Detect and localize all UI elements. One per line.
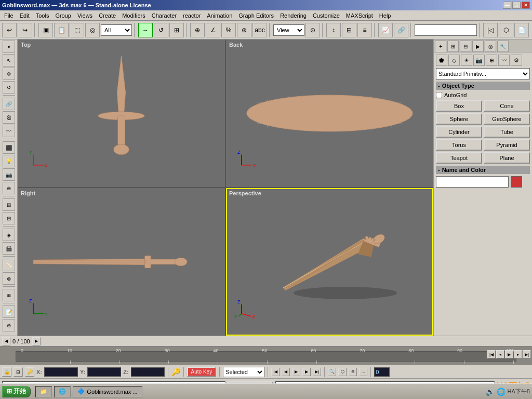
link-tool[interactable]: 🔗 — [3, 98, 15, 110]
menu-modifiers[interactable]: Modifiers — [119, 11, 149, 20]
teapot-button[interactable]: Teapot — [436, 152, 482, 164]
rotate-tool[interactable]: ↺ — [3, 81, 15, 94]
menu-views[interactable]: Views — [74, 11, 96, 20]
quick-render-button[interactable]: ⬡ — [499, 23, 513, 37]
viewport-right[interactable]: Right — [18, 188, 225, 336]
create-tool[interactable]: ✦ — [3, 41, 15, 53]
next-frame-button[interactable]: ▶ — [32, 337, 41, 345]
menu-group[interactable]: Group — [52, 11, 74, 20]
coord-lock-button[interactable]: ⊟ — [14, 367, 23, 377]
category-helpers[interactable]: ⊕ — [486, 55, 497, 66]
play-button[interactable]: ◀ — [2, 337, 10, 345]
go-start-btn[interactable]: |◀ — [271, 368, 280, 376]
box-button[interactable]: Box — [436, 100, 482, 112]
viewport-top[interactable]: Top — [18, 39, 225, 187]
next-key-button[interactable]: ▸ — [514, 350, 522, 358]
tab-display[interactable]: ◎ — [485, 41, 496, 52]
frame-number-input[interactable] — [374, 367, 390, 377]
menu-file[interactable]: File — [1, 11, 17, 20]
menu-create[interactable]: Create — [96, 11, 119, 20]
pyramid-button[interactable]: Pyramid — [484, 139, 530, 151]
filter-select[interactable]: All — [101, 24, 132, 36]
tab-utilities[interactable]: 🔧 — [497, 41, 509, 52]
tab-hierarchy[interactable]: ⊟ — [460, 41, 471, 52]
tab-modify[interactable]: ⊞ — [447, 41, 459, 52]
next-frame-btn[interactable]: ▶ — [302, 368, 311, 376]
selected-dropdown[interactable]: Selected — [223, 367, 264, 377]
menu-rendering[interactable]: Rendering — [277, 11, 310, 20]
category-geometry[interactable]: ⬟ — [436, 55, 447, 66]
close-button[interactable]: ✕ — [522, 2, 530, 9]
mirror-button[interactable]: ↕ — [326, 23, 341, 37]
curve-editor-button[interactable]: 📈 — [378, 23, 393, 37]
layer-button[interactable]: ≡ — [357, 23, 372, 37]
menu-animation[interactable]: Animation — [204, 11, 235, 20]
go-end-btn[interactable]: ▶| — [313, 368, 321, 376]
torus-button[interactable]: Torus — [436, 139, 482, 151]
snap-small-btn[interactable]: ⊕ — [349, 368, 357, 376]
render-tool[interactable]: 🎬 — [3, 242, 15, 255]
zoom-btn[interactable]: 🔍 — [328, 368, 336, 376]
object-name-input[interactable] — [436, 176, 509, 188]
cameras-panel[interactable]: 📷 — [3, 168, 15, 181]
menu-tools[interactable]: Tools — [33, 11, 52, 20]
unlink-tool[interactable]: ⛓ — [3, 111, 15, 124]
reactor-tool[interactable]: ≋ — [3, 289, 15, 301]
notes-tool[interactable]: 📝 — [3, 305, 15, 318]
mirror-left[interactable]: ⊞ — [3, 198, 15, 211]
tab-motion[interactable]: ▶ — [472, 41, 484, 52]
snap-angle-button[interactable]: ∠ — [206, 23, 220, 37]
goto-end-button[interactable]: ▶| — [523, 350, 531, 358]
tab-create[interactable]: ✦ — [435, 41, 446, 52]
render-type-button[interactable]: 📄 — [514, 23, 529, 37]
extra-tool[interactable]: ⊛ — [3, 319, 15, 331]
menu-customize[interactable]: Customize — [310, 11, 343, 20]
snap-spinner-button[interactable]: ⊛ — [237, 23, 251, 37]
bone-tool[interactable]: 🦴 — [3, 259, 15, 271]
auto-key-button[interactable]: Auto Key — [187, 367, 217, 377]
object-color-swatch[interactable] — [511, 176, 522, 188]
snap-abc-button[interactable]: abc — [252, 23, 267, 37]
menu-maxscript[interactable]: MAXScript — [343, 11, 376, 20]
coord-center-button[interactable]: ⊙ — [305, 23, 320, 37]
helpers-panel[interactable]: ⊕ — [3, 182, 15, 194]
align-button[interactable]: ⊟ — [342, 23, 356, 37]
viewport-back[interactable]: Back — [226, 39, 433, 187]
shapes-panel[interactable]: ⬛ — [3, 141, 15, 154]
minimize-button[interactable]: — — [503, 2, 511, 9]
object-type-collapse[interactable]: - — [438, 83, 440, 89]
prev-key-button[interactable]: ◂ — [496, 350, 504, 358]
cylinder-button[interactable]: Cylinder — [436, 126, 482, 138]
menu-help[interactable]: Help — [376, 11, 394, 20]
select-rotate-button[interactable]: ↺ — [154, 23, 168, 37]
select-by-name-button[interactable]: 📋 — [54, 23, 69, 37]
autogrid-checkbox[interactable] — [436, 92, 442, 98]
material-editor[interactable]: ◈ — [3, 229, 15, 241]
schematic-button[interactable]: 🔗 — [394, 23, 408, 37]
timeline-ruler[interactable]: 0 10 20 30 40 50 60 70 80 90 100 — [0, 347, 532, 365]
sphere-button[interactable]: Sphere — [436, 113, 482, 125]
goto-start-button[interactable]: |◀ — [487, 350, 496, 358]
array-tool[interactable]: ⊟ — [3, 212, 15, 224]
category-cameras[interactable]: 📷 — [473, 55, 485, 66]
cone-button[interactable]: Cone — [484, 100, 530, 112]
category-shapes[interactable]: ◇ — [448, 55, 460, 66]
snap-toggle-button[interactable]: ⊕ — [190, 23, 205, 37]
bind-space-warp[interactable]: 〰 — [3, 125, 15, 137]
select-tool[interactable]: ↖ — [3, 54, 15, 66]
taskbar-3dsmax[interactable]: 🔷 Goblinsword.max ... — [73, 386, 142, 397]
x-coord-input[interactable] — [44, 367, 78, 377]
undo-button[interactable]: ↩ — [2, 23, 17, 37]
menu-edit[interactable]: Edit — [17, 11, 33, 20]
viewport-perspective[interactable]: Perspective — [226, 188, 433, 336]
play-btn[interactable]: ▶ — [292, 368, 300, 376]
coord-system-select[interactable]: View — [273, 24, 304, 36]
lights-panel[interactable]: 💡 — [3, 155, 15, 167]
select-scale-button[interactable]: ⊞ — [169, 23, 184, 37]
more-btn[interactable]: … — [359, 368, 367, 376]
select-object-button[interactable]: ▣ — [38, 23, 53, 37]
geosphere-button[interactable]: GeoSphere — [484, 113, 530, 125]
maximize-button[interactable]: □ — [512, 2, 521, 9]
primitive-type-dropdown[interactable]: Standard Primitiv... — [436, 68, 530, 79]
z-coord-input[interactable] — [131, 367, 165, 377]
